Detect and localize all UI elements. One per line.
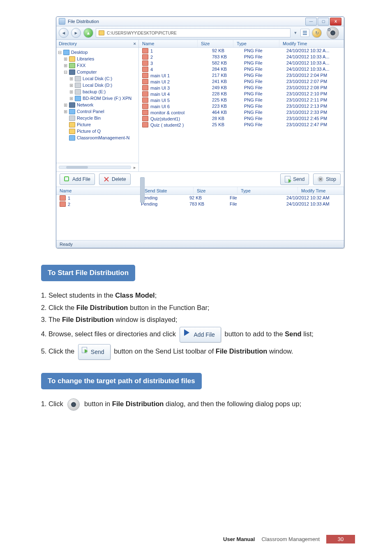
footer-product: Classroom Management [261, 536, 320, 542]
close-panel-icon[interactable]: × [134, 41, 136, 46]
page-footer: User Manual Classroom Management 30 [0, 535, 392, 543]
tree-item[interactable]: Recycle Bin [58, 115, 138, 121]
delete-button[interactable]: Delete [99, 173, 131, 185]
step-5: Click the Send button on the Send List t… [48, 344, 359, 360]
maximize-button[interactable]: ▢ [318, 18, 329, 25]
file-row[interactable]: main UI 6223 KBPNG File23/10/2012 2:13 P… [139, 103, 344, 109]
send-row[interactable]: 1Pending92 KBFile24/10/2012 10:32 AM [56, 195, 344, 201]
file-row[interactable]: Quiz(student1)28 KBPNG File23/10/2012 2:… [139, 116, 344, 122]
step2-1: Click button in File Distribution dialog… [48, 398, 359, 411]
send-icon [285, 176, 291, 183]
file-row[interactable]: main UI 5225 KBPNG File23/10/2012 2:11 P… [139, 97, 344, 103]
minimize-button[interactable]: — [305, 18, 317, 25]
settings-button[interactable]: ⚙ [327, 27, 339, 39]
send-col-state[interactable]: Send State [141, 187, 194, 194]
file-list[interactable]: 192 KBPNG File24/10/2012 10:32 A...2783 … [139, 48, 344, 171]
directory-tree[interactable]: ⊟Desktop⊞Libraries⊞FXX⊟Computer⊞Local Di… [56, 48, 138, 163]
tree-item[interactable]: ⊞Local Disk (D:) [58, 82, 138, 88]
forward-button[interactable]: ► [71, 28, 81, 38]
col-modify-time[interactable]: Modify Time [279, 40, 344, 47]
nav-toolbar: ◄ ► ▲ C:\USERS\WYY\DESKTOP\PICTURE ▼ ↻ ⚙ [56, 26, 344, 40]
tree-item[interactable]: ⊞backup (E:) [58, 88, 138, 95]
inline-add-file-button: Add File [180, 327, 221, 342]
send-col-type[interactable]: Type [238, 187, 298, 194]
file-row[interactable]: 2783 KBPNG File24/10/2012 10:33 A... [139, 54, 344, 60]
step-4: Browse, select files or directories and … [48, 327, 359, 342]
tree-item[interactable]: ⊞Control Panel [58, 108, 138, 115]
col-name[interactable]: Name [139, 40, 198, 47]
inline-send-button: Send [78, 344, 111, 360]
back-button[interactable]: ◄ [59, 28, 69, 38]
refresh-button[interactable]: ↻ [312, 28, 322, 38]
file-row[interactable]: main UI 3249 KBPNG File23/10/2012 2:08 P… [139, 85, 344, 91]
send-list-header[interactable]: Name Send State Size Type Modify Time [56, 187, 344, 195]
stop-icon [318, 176, 323, 182]
scroll-right-icon[interactable]: ▸ [134, 165, 136, 170]
path-text: C:\USERS\WYY\DESKTOP\PICTURE [107, 31, 177, 35]
file-distribution-window: File Distribution — ▢ X ◄ ► ▲ C:\USERS\W… [56, 16, 344, 248]
delete-icon [104, 176, 109, 182]
tree-item[interactable]: ⊟Computer [58, 69, 138, 75]
tree-item[interactable]: Picture [58, 121, 138, 128]
window-title: File Distribution [68, 19, 305, 24]
file-row[interactable]: 192 KBPNG File24/10/2012 10:32 A... [139, 48, 344, 54]
status-bar: Ready [56, 240, 344, 248]
step-3: The File Distribution window is displaye… [48, 314, 359, 325]
titlebar[interactable]: File Distribution — ▢ X [56, 17, 344, 26]
folder-icon [99, 30, 104, 35]
tree-item[interactable]: ⊞Libraries [58, 56, 138, 62]
file-row[interactable]: 4284 KBPNG File24/10/2012 10:33 A... [139, 66, 344, 72]
address-bar[interactable]: C:\USERS\WYY\DESKTOP\PICTURE [96, 28, 291, 37]
up-button[interactable]: ▲ [83, 28, 93, 38]
file-row[interactable]: monitor & control464 KBPNG File23/10/201… [139, 109, 344, 116]
file-row[interactable]: main UI 1217 KBPNG File23/10/2012 2:04 P… [139, 72, 344, 79]
directory-panel: Directory× ⊟Desktop⊞Libraries⊞FXX⊟Comput… [56, 40, 139, 171]
stop-button[interactable]: Stop [313, 173, 341, 185]
tree-item[interactable]: ⊞FXX [58, 62, 138, 69]
send-list[interactable]: 1Pending92 KBFile24/10/2012 10:32 AM2Pen… [56, 195, 344, 240]
tree-item[interactable]: ClassroomManagement-N [58, 134, 138, 141]
section-heading-2: To change the target path of distributed… [41, 373, 202, 389]
send-col-mtime[interactable]: Modify Time [298, 187, 344, 194]
add-icon [64, 176, 70, 182]
col-type[interactable]: Type [233, 40, 279, 47]
send-col-size[interactable]: Size [194, 187, 238, 194]
tree-h-scrollbar[interactable] [59, 166, 131, 169]
instructions-list-2: Click button in File Distribution dialog… [48, 398, 359, 411]
tree-item[interactable]: ⊟Desktop [58, 49, 138, 56]
tree-item[interactable]: ⊞BD-ROM Drive (F:) XPN [58, 95, 138, 102]
tree-item[interactable]: Picture of Q [58, 128, 138, 134]
send-col-name[interactable]: Name [56, 187, 141, 194]
step-2: Click the File Distribution button in th… [48, 303, 359, 313]
file-list-header[interactable]: Name Size Type Modify Time [139, 40, 344, 48]
directory-header: Directory× [56, 40, 138, 48]
file-row[interactable]: main UI 4228 KBPNG File23/10/2012 2:10 P… [139, 91, 344, 97]
col-size[interactable]: Size [198, 40, 233, 47]
file-row[interactable]: main UI 2241 KBPNG File23/10/2012 2:07 P… [139, 79, 344, 85]
add-file-button[interactable]: Add File [60, 173, 95, 185]
section-heading: To Start File Distribution [41, 265, 135, 281]
send-row[interactable]: 2Pending783 KBFile24/10/2012 10:33 AM [56, 201, 344, 207]
footer-user-manual: User Manual [223, 536, 255, 542]
instructions-list-1: Select students in the Class Model; Clic… [48, 290, 359, 360]
file-row[interactable]: 3582 KBPNG File24/10/2012 10:33 A... [139, 60, 344, 66]
close-button[interactable]: X [330, 18, 341, 25]
inline-gear-icon [67, 398, 80, 411]
app-icon [59, 18, 65, 25]
tree-item[interactable]: ⊞Local Disk (C:) [58, 75, 138, 82]
tree-item[interactable]: ⊞Network [58, 102, 138, 108]
file-row[interactable]: Quiz ( student2 )25 KBPNG File23/10/2012… [139, 122, 344, 128]
step-1: Select students in the Class Model; [48, 290, 359, 301]
view-toggle[interactable] [300, 29, 309, 37]
history-dropdown-icon[interactable]: ▼ [293, 31, 298, 35]
send-button[interactable]: Send [280, 173, 309, 185]
page-number: 30 [326, 535, 355, 543]
